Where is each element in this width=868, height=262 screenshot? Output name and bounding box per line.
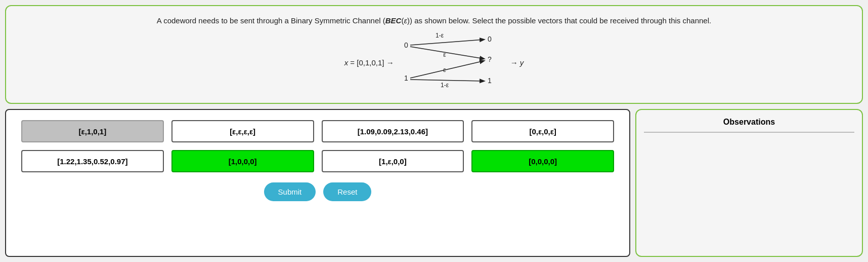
reset-button[interactable]: Reset — [323, 182, 371, 201]
svg-text:1: 1 — [488, 77, 492, 85]
svg-line-5 — [410, 40, 484, 45]
input-vector-label: x = [0,1,0,1] → — [344, 58, 394, 67]
svg-line-7 — [410, 61, 484, 78]
option-btn-3[interactable]: [1.09,0.09,2.13,0.46] — [322, 120, 464, 142]
submit-button[interactable]: Submit — [264, 182, 316, 201]
svg-text:0: 0 — [404, 41, 408, 49]
svg-text:ε: ε — [443, 66, 446, 73]
svg-text:1-ε: 1-ε — [441, 82, 449, 89]
diagram-container: x = [0,1,0,1] → 0 1 0 ? 1 1-ε ε ε — [344, 32, 524, 93]
svg-text:0: 0 — [488, 35, 492, 43]
svg-text:1-ε: 1-ε — [436, 32, 444, 39]
option-btn-5[interactable]: [1.22,1.35,0.52,0.97] — [21, 150, 164, 172]
svg-text:?: ? — [488, 55, 492, 63]
option-btn-1[interactable]: [ε,1,0,1] — [21, 120, 164, 142]
option-btn-6[interactable]: [1,0,0,0] — [171, 150, 314, 172]
option-btn-4[interactable]: [0,ε,0,ε] — [471, 120, 614, 142]
svg-text:ε: ε — [443, 51, 446, 58]
action-row: Submit Reset — [21, 182, 614, 201]
option-btn-8[interactable]: [0,0,0,0] — [471, 150, 614, 172]
svg-line-6 — [410, 47, 484, 59]
option-btn-7[interactable]: [1,ε,0,0] — [322, 150, 464, 172]
svg-line-8 — [410, 80, 484, 81]
answer-panel: [ε,1,0,1] [ε,ε,ε,ε] [1.09,0.09,2.13,0.46… — [5, 109, 630, 257]
bottom-row: [ε,1,0,1] [ε,ε,ε,ε] [1.09,0.09,2.13,0.46… — [5, 109, 863, 257]
option-btn-2[interactable]: [ε,ε,ε,ε] — [171, 120, 314, 142]
svg-text:1: 1 — [404, 74, 408, 82]
options-grid: [ε,1,0,1] [ε,ε,ε,ε] [1.09,0.09,2.13,0.46… — [21, 120, 614, 172]
channel-diagram: 0 1 0 ? 1 1-ε ε ε 1-ε — [399, 32, 505, 93]
observations-title: Observations — [644, 118, 854, 133]
question-text: A codeword needs to be sent through a Bi… — [157, 16, 711, 25]
output-label: → y — [510, 58, 524, 67]
observations-panel: Observations — [635, 109, 863, 257]
question-panel: A codeword needs to be sent through a Bi… — [5, 5, 863, 104]
